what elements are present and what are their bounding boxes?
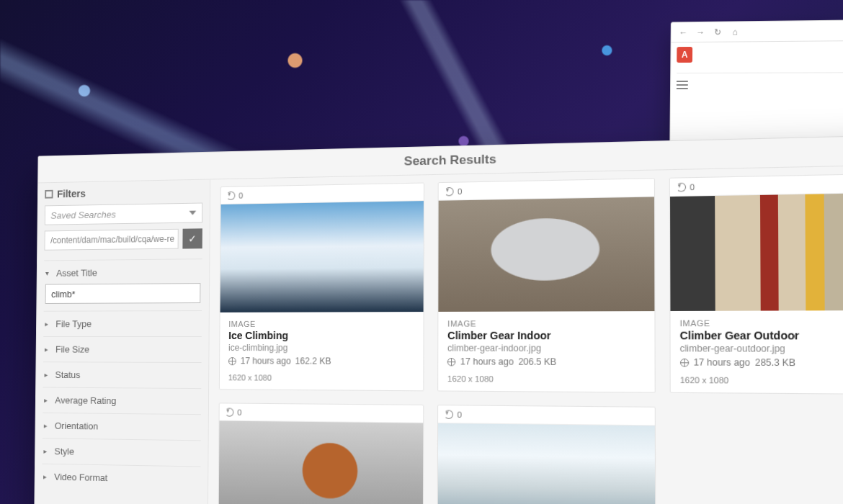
results-grid: 0 IMAGE Ice Climbing ice-climbing.jpg 17… <box>218 173 843 504</box>
facet-orientation: ▸ Orientation <box>43 413 201 440</box>
filters-label: Filters <box>57 188 86 199</box>
asset-thumbnail[interactable] <box>670 193 843 311</box>
asset-modified: 17 hours ago <box>241 356 291 366</box>
asset-modified: 17 hours ago <box>460 356 514 367</box>
facet-file-type: ▸ File Type <box>43 310 202 336</box>
saved-searches-select[interactable]: Saved Searches <box>45 203 202 225</box>
forward-icon[interactable]: → <box>695 27 705 37</box>
globe-icon <box>228 357 236 365</box>
card-badge: 0 <box>238 191 243 199</box>
asset-thumbnail[interactable] <box>219 421 424 504</box>
chevron-right-icon: ▸ <box>44 396 51 404</box>
asset-thumbnail[interactable] <box>439 197 654 312</box>
facet-label: Asset Title <box>56 267 97 278</box>
facet-orientation-header[interactable]: ▸ Orientation <box>44 420 200 433</box>
facet-style-header[interactable]: ▸ Style <box>43 446 199 459</box>
chevron-right-icon: ▸ <box>45 371 52 379</box>
asset-card[interactable]: 0 IMAGE Climber Gear Outdoor climber-gea… <box>669 173 843 395</box>
facet-file-size: ▸ File Size <box>43 336 202 362</box>
facet-label: File Size <box>55 344 89 355</box>
asset-size: 285.3 KB <box>755 357 795 368</box>
asset-type: IMAGE <box>447 319 645 328</box>
facet-status-header[interactable]: ▸ Status <box>44 369 200 381</box>
facet-file-type-header[interactable]: ▸ File Type <box>45 318 200 329</box>
path-value: /content/dam/mac/build/cqa/we-re <box>50 234 174 246</box>
chevron-down-icon <box>189 211 196 215</box>
asset-dimensions: 1620 x 1080 <box>447 374 645 384</box>
check-icon: ✓ <box>188 233 197 244</box>
refresh-icon[interactable] <box>226 408 234 416</box>
asset-card[interactable]: 0 <box>437 405 656 504</box>
refresh-icon[interactable] <box>676 182 685 192</box>
asset-dimensions: 1620 x 1080 <box>680 375 843 386</box>
asset-filename: climber-gear-outdoor.jpg <box>680 343 843 355</box>
asset-filename: ice-climbing.jpg <box>228 343 414 354</box>
asset-size: 206.5 KB <box>518 356 556 367</box>
filters-icon <box>45 190 53 199</box>
asset-card[interactable]: 0 <box>218 402 424 504</box>
refresh-icon[interactable] <box>226 191 235 199</box>
asset-thumbnail[interactable] <box>220 201 424 312</box>
asset-filename: climber-gear-indoor.jpg <box>447 343 645 354</box>
facet-asset-title: ▾ Asset Title <box>44 258 202 311</box>
card-badge: 0 <box>690 182 695 192</box>
facet-label: Video Format <box>54 472 107 483</box>
asset-card[interactable]: 0 IMAGE Climber Gear Indoor climber-gear… <box>437 178 655 393</box>
facet-status: ▸ Status <box>43 361 201 388</box>
filters-sidebar: Filters Saved Searches /content/dam/mac/… <box>34 179 210 504</box>
facet-style: ▸ Style <box>42 438 200 466</box>
chevron-right-icon: ▸ <box>44 422 51 430</box>
reload-icon[interactable]: ↻ <box>713 27 723 37</box>
facet-video-format-header[interactable]: ▸ Video Format <box>43 472 200 485</box>
facet-average-rating-header[interactable]: ▸ Average Rating <box>44 395 200 407</box>
asset-title-input[interactable] <box>45 283 201 304</box>
search-results-window: Search Results 5 of 5 Filters Saved Sear… <box>33 135 843 504</box>
asset-title: Climber Gear Indoor <box>447 330 645 342</box>
globe-icon <box>680 358 689 366</box>
hamburger-icon[interactable] <box>677 81 688 89</box>
card-badge: 0 <box>458 410 462 419</box>
facet-label: File Type <box>55 318 92 329</box>
asset-title: Climber Gear Outdoor <box>679 329 843 341</box>
asset-type: IMAGE <box>228 319 414 328</box>
facet-label: Orientation <box>55 420 98 432</box>
path-input[interactable]: /content/dam/mac/build/cqa/we-re <box>44 229 178 251</box>
results-area: 0 IMAGE Ice Climbing ice-climbing.jpg 17… <box>208 165 843 504</box>
facet-label: Status <box>55 369 81 380</box>
browser-chrome: ← → ↻ ⌂ <box>672 20 843 42</box>
facet-asset-title-header[interactable]: ▾ Asset Title <box>45 266 201 279</box>
card-badge: 0 <box>458 186 462 195</box>
back-icon[interactable]: ← <box>678 27 688 37</box>
app-badge-letter: A <box>682 50 688 60</box>
chevron-right-icon: ▸ <box>43 473 50 481</box>
facet-label: Average Rating <box>55 395 116 406</box>
asset-type: IMAGE <box>679 318 843 328</box>
chevron-right-icon: ▸ <box>45 320 52 328</box>
card-badge: 0 <box>237 408 241 416</box>
asset-thumbnail[interactable] <box>438 423 655 504</box>
facet-file-size-header[interactable]: ▸ File Size <box>45 344 200 355</box>
chevron-down-icon: ▾ <box>45 269 52 277</box>
filters-heading: Filters <box>45 186 202 200</box>
globe-icon <box>447 357 456 365</box>
page-title: Search Results <box>404 152 496 168</box>
refresh-icon[interactable] <box>445 186 454 196</box>
asset-size: 162.2 KB <box>295 356 331 366</box>
home-icon[interactable]: ⌂ <box>730 27 740 37</box>
asset-title: Ice Climbing <box>228 330 414 341</box>
path-confirm-button[interactable]: ✓ <box>182 228 202 248</box>
asset-card[interactable]: 0 IMAGE Ice Climbing ice-climbing.jpg 17… <box>219 182 424 391</box>
chevron-right-icon: ▸ <box>43 447 50 455</box>
facet-video-format: ▸ Video Format <box>42 464 201 492</box>
app-badge[interactable]: A <box>677 47 692 63</box>
saved-searches-placeholder: Saved Searches <box>50 209 115 220</box>
facet-average-rating: ▸ Average Rating <box>43 387 201 415</box>
facet-label: Style <box>54 446 74 456</box>
chevron-right-icon: ▸ <box>45 346 52 354</box>
asset-modified: 17 hours ago <box>693 357 750 368</box>
refresh-icon[interactable] <box>445 410 454 419</box>
asset-dimensions: 1620 x 1080 <box>228 373 414 383</box>
